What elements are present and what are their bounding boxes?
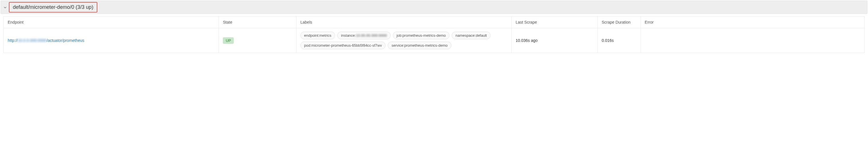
col-header-labels: Labels <box>296 16 511 28</box>
label-pill: instance:10.00.00.000:0000 <box>337 32 390 39</box>
cell-last-scrape: 10.036s ago <box>512 28 598 53</box>
target-title: default/micrometer-demo/0 (3/3 up) <box>9 2 97 12</box>
target-header[interactable]: default/micrometer-demo/0 (3/3 up) <box>1 1 867 14</box>
label-pill: job:prometheus-metrics-demo <box>393 32 450 39</box>
label-pill: endpoint:metrics <box>301 32 335 39</box>
targets-table-wrapper: Endpoint State Labels Last Scrape Scrape… <box>1 14 867 53</box>
col-header-error: Error <box>641 16 864 28</box>
cell-labels: endpoint:metricsinstance:10.00.00.000:00… <box>296 28 511 53</box>
targets-table: Endpoint State Labels Last Scrape Scrape… <box>3 16 865 53</box>
endpoint-prefix: http:// <box>8 38 18 43</box>
label-pill: namespace:default <box>452 32 491 39</box>
chevron-down-icon <box>3 5 7 9</box>
cell-state: UP <box>219 28 297 53</box>
label-pill: service:prometheus-metrics-demo <box>388 42 452 49</box>
table-header-row: Endpoint State Labels Last Scrape Scrape… <box>4 16 865 28</box>
endpoint-suffix: /actuator/prometheus <box>46 38 84 43</box>
labels-container: endpoint:metricsinstance:10.00.00.000:00… <box>301 32 507 49</box>
col-header-scrape-duration: Scrape Duration <box>597 16 641 28</box>
col-header-endpoint: Endpoint <box>4 16 219 28</box>
state-badge: UP <box>223 37 234 44</box>
cell-scrape-duration: 0.016s <box>597 28 641 53</box>
cell-error <box>641 28 864 53</box>
endpoint-host-redacted: 10.0.0.000:0000 <box>18 38 46 43</box>
table-row: http://10.0.0.000:0000/actuator/promethe… <box>4 28 865 53</box>
endpoint-link[interactable]: http://10.0.0.000:0000/actuator/promethe… <box>8 38 85 43</box>
col-header-last-scrape: Last Scrape <box>512 16 598 28</box>
label-pill: pod:micrometer-prometheus-65bb5f84cc-sf7… <box>301 42 385 49</box>
cell-endpoint: http://10.0.0.000:0000/actuator/promethe… <box>4 28 219 53</box>
col-header-state: State <box>219 16 297 28</box>
